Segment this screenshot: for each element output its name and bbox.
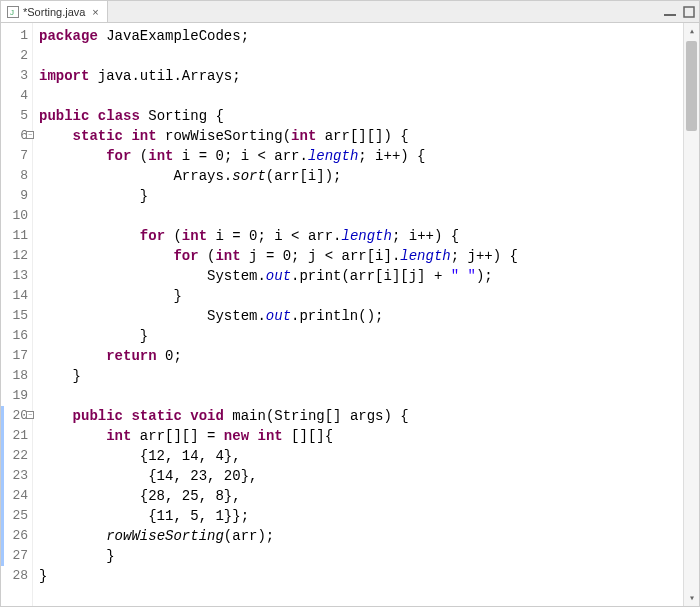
line-number: 6−	[1, 126, 32, 146]
change-marker	[1, 426, 4, 446]
svg-rect-3	[684, 7, 694, 17]
line-number: 13	[1, 266, 32, 286]
line-number: 20−	[1, 406, 32, 426]
close-icon[interactable]: ×	[89, 6, 101, 18]
line-number: 17	[1, 346, 32, 366]
change-marker	[1, 446, 4, 466]
tab-bar: J *Sorting.java ×	[1, 1, 699, 23]
java-file-icon: J	[7, 6, 19, 18]
line-number: 16	[1, 326, 32, 346]
line-number: 4	[1, 86, 32, 106]
line-number: 26	[1, 526, 32, 546]
line-number: 24	[1, 486, 32, 506]
line-number-gutter: 123456−7891011121314151617181920−2122232…	[1, 23, 33, 606]
line-number: 2	[1, 46, 32, 66]
vertical-scrollbar[interactable]: ▴ ▾	[683, 23, 699, 606]
change-marker	[1, 466, 4, 486]
scroll-down-icon[interactable]: ▾	[684, 590, 699, 606]
line-number: 14	[1, 286, 32, 306]
line-number: 23	[1, 466, 32, 486]
line-number: 3	[1, 66, 32, 86]
line-number: 11	[1, 226, 32, 246]
line-number: 25	[1, 506, 32, 526]
change-marker	[1, 526, 4, 546]
view-toolbar	[663, 1, 695, 22]
line-number: 5	[1, 106, 32, 126]
minimize-view-icon[interactable]	[663, 7, 677, 17]
scrollbar-thumb[interactable]	[686, 41, 697, 131]
line-number: 28	[1, 566, 32, 586]
line-number: 8	[1, 166, 32, 186]
fold-toggle-icon[interactable]: −	[26, 411, 34, 419]
line-number: 19	[1, 386, 32, 406]
line-number: 12	[1, 246, 32, 266]
fold-toggle-icon[interactable]: −	[26, 131, 34, 139]
line-number: 7	[1, 146, 32, 166]
line-number: 1	[1, 26, 32, 46]
line-number: 9	[1, 186, 32, 206]
line-number: 18	[1, 366, 32, 386]
tab-title: *Sorting.java	[23, 6, 85, 18]
line-number: 10	[1, 206, 32, 226]
line-number: 22	[1, 446, 32, 466]
change-marker	[1, 546, 4, 566]
svg-text:J: J	[10, 8, 14, 17]
code-content[interactable]: package JavaExampleCodes; import java.ut…	[33, 23, 683, 606]
line-number: 27	[1, 546, 32, 566]
change-marker	[1, 506, 4, 526]
editor: 123456−7891011121314151617181920−2122232…	[1, 23, 699, 606]
file-tab-sorting-java[interactable]: J *Sorting.java ×	[1, 1, 108, 22]
change-marker	[1, 406, 4, 426]
change-marker	[1, 486, 4, 506]
maximize-view-icon[interactable]	[683, 6, 695, 18]
scroll-up-icon[interactable]: ▴	[684, 23, 699, 39]
line-number: 21	[1, 426, 32, 446]
svg-rect-2	[664, 14, 676, 16]
line-number: 15	[1, 306, 32, 326]
